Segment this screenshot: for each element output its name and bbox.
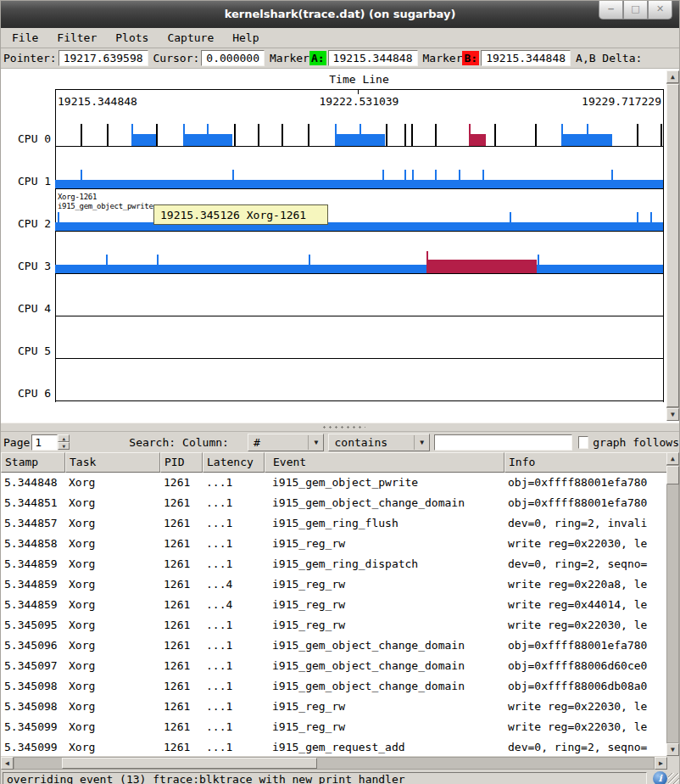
close-button[interactable]: ✕ bbox=[648, 1, 672, 20]
table-row[interactable]: 5.344859Xorg1261...4i915_reg_rwwrite reg… bbox=[1, 574, 667, 595]
cell-stamp: 5.345099 bbox=[1, 737, 65, 756]
cpu-label-2: CPU 2 bbox=[18, 216, 53, 232]
timestamp-end: 19229.717229 bbox=[582, 95, 661, 108]
menu-item-file[interactable]: File bbox=[3, 29, 47, 48]
column-select-value: # bbox=[248, 436, 309, 449]
cpu-row-6[interactable] bbox=[55, 373, 663, 401]
list-scrollbar-thumb[interactable] bbox=[666, 466, 679, 484]
list-horizontal-scrollbar[interactable]: ◀ ▶ bbox=[1, 756, 679, 771]
scroll-left-icon[interactable]: ◀ bbox=[1, 757, 14, 770]
table-row[interactable]: 5.344858Xorg1261...1i915_reg_rwwrite reg… bbox=[1, 534, 667, 554]
timeline-ruler bbox=[55, 89, 664, 90]
hovered-event-name: i915_gem_object_pwrite bbox=[58, 202, 153, 211]
info-icon[interactable]: i bbox=[653, 771, 667, 784]
event-tick bbox=[404, 124, 406, 146]
table-row[interactable]: 5.345098Xorg1261...1i915_reg_rwwrite reg… bbox=[1, 697, 667, 717]
scroll-up-icon[interactable]: ▲ bbox=[666, 452, 679, 465]
menu-item-help[interactable]: Help bbox=[223, 29, 268, 48]
cell-stamp: 5.344859 bbox=[1, 595, 65, 615]
table-row[interactable]: 5.345098Xorg1261...1i915_gem_object_chan… bbox=[1, 676, 667, 697]
cell-info: write reg=0x44014, le bbox=[504, 595, 667, 615]
column-header-stamp[interactable]: Stamp bbox=[1, 452, 65, 473]
table-row[interactable]: 5.345096Xorg1261...1i915_gem_object_chan… bbox=[1, 636, 667, 656]
table-row[interactable]: 5.344848Xorg1261...1i915_gem_object_pwri… bbox=[1, 473, 667, 493]
table-row[interactable]: 5.344857Xorg1261...1i915_gem_ring_flushd… bbox=[1, 513, 667, 534]
menu-item-filter[interactable]: Filter bbox=[47, 29, 106, 48]
cpu-row-1[interactable] bbox=[55, 161, 663, 189]
table-row[interactable]: 5.344859Xorg1261...1i915_gem_ring_dispat… bbox=[1, 554, 667, 574]
hovered-task-label: Xorg-1261 i915_gem_object_pwrite bbox=[58, 193, 153, 211]
event-tick bbox=[412, 170, 414, 180]
cell-event: i915_gem_ring_flush bbox=[265, 513, 504, 534]
minimize-button[interactable]: ‒ bbox=[599, 1, 623, 20]
column-header-latency[interactable]: Latency bbox=[203, 452, 265, 473]
scroll-up-icon[interactable]: ▲ bbox=[666, 70, 679, 83]
graph-scrollbar-thumb[interactable] bbox=[666, 84, 679, 407]
cell-event: i915_gem_object_change_domain bbox=[265, 636, 504, 656]
cpu-label-5: CPU 5 bbox=[18, 344, 53, 359]
event-tick bbox=[157, 255, 159, 265]
event-tick bbox=[308, 124, 309, 146]
splitter-grip-icon[interactable] bbox=[321, 426, 365, 428]
graph-follows-checkbox[interactable] bbox=[578, 436, 588, 449]
page-spin-down-icon[interactable]: ▼ bbox=[58, 442, 70, 450]
cell-info: obj=0xffff88001efa780 bbox=[504, 473, 667, 493]
graph-vertical-scrollbar[interactable]: ▲ ▼ bbox=[666, 70, 679, 421]
cell-latency: ...1 bbox=[203, 656, 265, 676]
column-select[interactable]: # ▼ bbox=[248, 434, 325, 451]
scroll-right-icon[interactable]: ▶ bbox=[655, 757, 667, 770]
timeline-graph-pane[interactable]: Time Line 19215.344848 19222.531039 1922… bbox=[1, 69, 679, 423]
cell-pid: 1261 bbox=[160, 595, 203, 615]
table-row[interactable]: 5.345099Xorg1261...1i915_reg_rwwrite reg… bbox=[1, 717, 667, 737]
pane-splitter[interactable] bbox=[1, 423, 679, 432]
hscrollbar-thumb[interactable] bbox=[62, 758, 317, 769]
cell-info: obj=0xffff88001efa780 bbox=[504, 636, 667, 656]
column-header-info[interactable]: Info bbox=[504, 452, 667, 473]
page-spin-up-icon[interactable]: ▲ bbox=[58, 434, 70, 442]
cpu-row-4[interactable] bbox=[55, 288, 663, 316]
cpu-row-5[interactable] bbox=[55, 331, 663, 359]
table-row[interactable]: 5.345097Xorg1261...1i915_gem_object_chan… bbox=[1, 656, 667, 676]
cell-info: dev=0, ring=2, seqno= bbox=[504, 737, 667, 756]
cpu-row-0[interactable] bbox=[55, 119, 663, 147]
cell-stamp: 5.344858 bbox=[1, 534, 65, 554]
cpu-row-3[interactable] bbox=[55, 246, 663, 274]
timeline-tooltip: 19215.345126 Xorg-1261 bbox=[153, 204, 328, 225]
table-row[interactable]: 5.344851Xorg1261...1i915_gem_object_chan… bbox=[1, 493, 667, 513]
event-tick bbox=[106, 255, 108, 265]
list-scrollbar-trough[interactable] bbox=[666, 465, 679, 743]
resize-grip-icon[interactable] bbox=[668, 773, 679, 784]
menu-item-capture[interactable]: Capture bbox=[158, 29, 223, 48]
marker-a-badge[interactable]: A: bbox=[309, 51, 326, 65]
cell-pid: 1261 bbox=[160, 554, 203, 574]
table-row[interactable]: 5.345099Xorg1261...1i915_gem_request_add… bbox=[1, 737, 667, 756]
column-header-pid[interactable]: PID bbox=[160, 452, 203, 473]
event-list-body: 5.344848Xorg1261...1i915_gem_object_pwri… bbox=[1, 473, 667, 756]
marker-b-badge[interactable]: B: bbox=[462, 51, 479, 65]
task-bar-marked bbox=[426, 260, 537, 273]
search-input[interactable] bbox=[434, 434, 572, 451]
title-bar[interactable]: kernelshark(trace.dat) (on sugarbay) ‒ □… bbox=[1, 1, 679, 28]
menu-item-plots[interactable]: Plots bbox=[106, 29, 158, 48]
chevron-down-icon[interactable]: ▼ bbox=[308, 435, 323, 450]
list-vertical-scrollbar[interactable]: ▲ ▼ bbox=[666, 452, 679, 756]
page-input[interactable]: 1 bbox=[31, 434, 58, 451]
cell-stamp: 5.344857 bbox=[1, 513, 65, 534]
scroll-down-icon[interactable]: ▼ bbox=[666, 408, 679, 421]
cell-event: i915_reg_rw bbox=[265, 595, 504, 615]
event-tick bbox=[156, 124, 158, 146]
event-tick bbox=[435, 124, 437, 146]
maximize-button[interactable]: □ bbox=[623, 1, 648, 20]
cell-latency: ...1 bbox=[203, 513, 265, 534]
chevron-down-icon[interactable]: ▼ bbox=[414, 435, 429, 450]
column-header-task[interactable]: Task bbox=[65, 452, 160, 473]
column-header-event[interactable]: Event bbox=[265, 452, 504, 473]
table-row[interactable]: 5.345095Xorg1261...1i915_reg_rwwrite reg… bbox=[1, 615, 667, 636]
table-row[interactable]: 5.344859Xorg1261...4i915_reg_rwwrite reg… bbox=[1, 595, 667, 615]
cpu-run-bar bbox=[55, 180, 663, 188]
scroll-down-icon[interactable]: ▼ bbox=[666, 743, 679, 756]
match-select[interactable]: contains ▼ bbox=[328, 434, 430, 451]
cell-latency: ...4 bbox=[203, 574, 265, 595]
cell-event: i915_gem_object_change_domain bbox=[265, 493, 504, 513]
cell-pid: 1261 bbox=[160, 493, 203, 513]
